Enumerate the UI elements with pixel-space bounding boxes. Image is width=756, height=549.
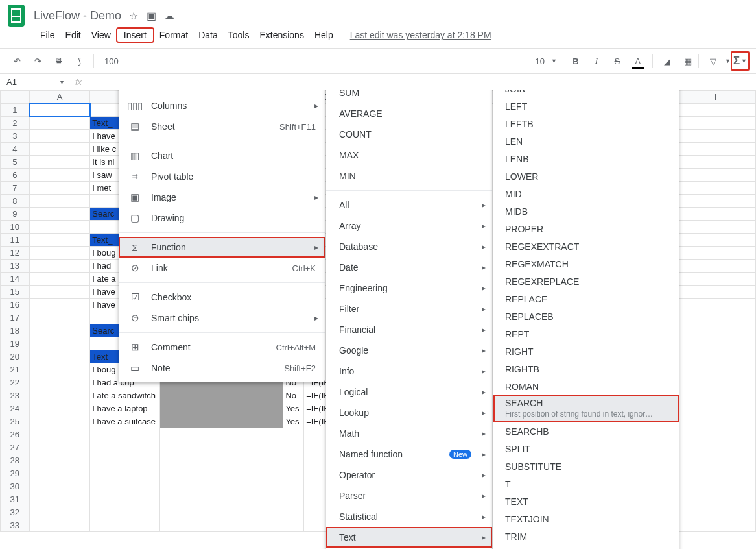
redo-icon[interactable]: ↷	[31, 55, 44, 67]
insert-sheet[interactable]: ▤SheetShift+F11	[119, 116, 325, 137]
fncat-lookup[interactable]: Lookup	[326, 402, 492, 423]
row-header-2[interactable]: 2	[1, 117, 30, 130]
cell-I10[interactable]	[676, 221, 756, 234]
cell-I7[interactable]	[676, 182, 756, 195]
row-header-1[interactable]: 1	[1, 104, 30, 117]
cell-A13[interactable]	[29, 260, 90, 273]
textfn-regexmatch[interactable]: REGEXMATCH	[493, 255, 679, 273]
fn-max[interactable]: MAX	[326, 145, 492, 165]
cell-D28[interactable]	[283, 454, 304, 467]
textfn-join[interactable]: JOIN	[493, 90, 679, 97]
cell-I3[interactable]	[676, 130, 756, 143]
cell-C24[interactable]	[160, 402, 283, 415]
cell-B23[interactable]: I ate a sandwitch	[90, 389, 160, 402]
fncat-financial[interactable]: Financial	[326, 319, 492, 340]
cell-I32[interactable]	[676, 506, 756, 519]
textfn-left[interactable]: LEFT	[493, 97, 679, 115]
cell-I26[interactable]	[676, 428, 756, 441]
cell-C31[interactable]	[160, 493, 283, 506]
row-header-27[interactable]: 27	[1, 441, 30, 454]
cell-A14[interactable]	[29, 273, 90, 286]
fncat-logical[interactable]: Logical	[326, 382, 492, 402]
cell-B29[interactable]	[90, 467, 160, 480]
cell-I20[interactable]	[676, 350, 756, 363]
cell-I22[interactable]	[676, 376, 756, 389]
textfn-trim[interactable]: TRIM	[493, 528, 679, 545]
menu-view[interactable]: View	[86, 27, 116, 43]
textfn-t[interactable]: T	[493, 475, 679, 493]
menu-file[interactable]: File	[35, 27, 60, 43]
cell-A17[interactable]	[29, 311, 90, 324]
fncat-engineering[interactable]: Engineering	[326, 278, 492, 299]
fncat-array[interactable]: Array	[326, 215, 492, 236]
cell-A31[interactable]	[29, 493, 90, 506]
name-box[interactable]: A1	[0, 74, 69, 90]
cell-A12[interactable]	[29, 247, 90, 260]
cell-D27[interactable]	[283, 441, 304, 454]
cell-I21[interactable]	[676, 363, 756, 376]
cell-A16[interactable]	[29, 299, 90, 311]
col-header-I[interactable]: I	[676, 91, 756, 104]
textcolor-icon[interactable]: A	[632, 55, 644, 67]
cell-C32[interactable]	[160, 506, 283, 519]
fncat-database[interactable]: Database	[326, 236, 492, 257]
cell-I23[interactable]	[676, 389, 756, 402]
cell-I33[interactable]	[676, 519, 756, 532]
filter-dropdown-icon[interactable]: ▼	[725, 58, 731, 64]
cell-D32[interactable]	[283, 506, 304, 519]
row-header-25[interactable]: 25	[1, 415, 30, 428]
insert-drawing[interactable]: ▢Drawing	[119, 208, 325, 228]
cell-I30[interactable]	[676, 480, 756, 493]
textfn-textjoin[interactable]: TEXTJOIN	[493, 510, 679, 528]
cell-C28[interactable]	[160, 454, 283, 467]
menu-edit[interactable]: Edit	[60, 27, 86, 43]
insert-link[interactable]: ⊘LinkCtrl+K	[119, 258, 325, 278]
insert-image[interactable]: ▣Image	[119, 187, 325, 208]
textfn-leftb[interactable]: LEFTB	[493, 115, 679, 132]
bold-icon[interactable]: B	[569, 55, 582, 67]
cell-A19[interactable]	[29, 337, 90, 350]
row-header-23[interactable]: 23	[1, 389, 30, 402]
cell-I31[interactable]	[676, 493, 756, 506]
cell-A3[interactable]	[29, 130, 90, 143]
row-header-21[interactable]: 21	[1, 363, 30, 376]
cell-B30[interactable]	[90, 480, 160, 493]
row-header-8[interactable]: 8	[1, 195, 30, 208]
cell-A2[interactable]	[29, 117, 90, 130]
cell-I1[interactable]	[676, 104, 756, 117]
menu-insert[interactable]: Insert	[116, 27, 154, 43]
fncat-math[interactable]: Math	[326, 423, 492, 444]
cell-A23[interactable]	[29, 389, 90, 402]
row-header-14[interactable]: 14	[1, 273, 30, 286]
cell-C27[interactable]	[160, 441, 283, 454]
insert-checkbox[interactable]: ☑Checkbox	[119, 287, 325, 308]
textfn-replaceb[interactable]: REPLACEB	[493, 308, 679, 325]
cell-I28[interactable]	[676, 454, 756, 467]
undo-icon[interactable]: ↶	[10, 55, 23, 67]
cell-B27[interactable]	[90, 441, 160, 454]
row-header-17[interactable]: 17	[1, 311, 30, 324]
insert-rows[interactable]: ≡Rows	[119, 90, 325, 95]
cell-C30[interactable]	[160, 480, 283, 493]
menu-format[interactable]: Format	[154, 27, 193, 43]
textfn-split[interactable]: SPLIT	[493, 440, 679, 458]
cell-C26[interactable]	[160, 428, 283, 441]
textfn-rightb[interactable]: RIGHTB	[493, 360, 679, 378]
cell-I19[interactable]	[676, 337, 756, 350]
cell-A4[interactable]	[29, 143, 90, 156]
cell-I15[interactable]	[676, 286, 756, 299]
cell-A24[interactable]	[29, 402, 90, 415]
row-header-5[interactable]: 5	[1, 156, 30, 169]
textfn-lower[interactable]: LOWER	[493, 167, 679, 185]
cell-A26[interactable]	[29, 428, 90, 441]
textfn-rept[interactable]: REPT	[493, 325, 679, 343]
cell-C25[interactable]	[160, 415, 283, 428]
cell-A32[interactable]	[29, 506, 90, 519]
fillcolor-icon[interactable]: ◢	[661, 55, 674, 67]
cell-I8[interactable]	[676, 195, 756, 208]
row-header-24[interactable]: 24	[1, 402, 30, 415]
cell-I14[interactable]	[676, 273, 756, 286]
star-icon[interactable]: ☆	[129, 10, 138, 21]
textfn-mid[interactable]: MID	[493, 185, 679, 202]
cell-B33[interactable]	[90, 519, 160, 532]
